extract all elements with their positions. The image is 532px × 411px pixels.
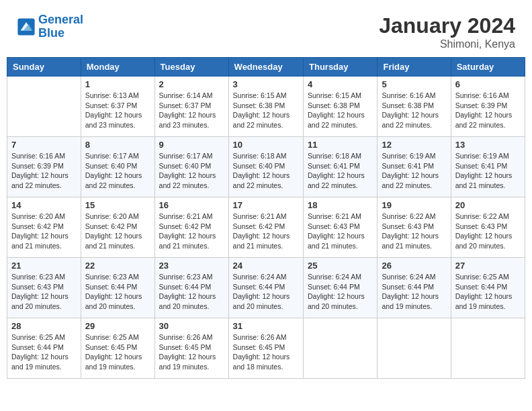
- logo-text: General Blue: [38, 13, 83, 40]
- week-row-1: 1Sunrise: 6:13 AMSunset: 6:37 PMDaylight…: [7, 77, 525, 137]
- week-row-3: 14Sunrise: 6:20 AMSunset: 6:42 PMDayligh…: [7, 197, 525, 258]
- calendar-cell: 18Sunrise: 6:21 AMSunset: 6:43 PMDayligh…: [304, 197, 378, 258]
- day-number: 26: [382, 261, 446, 271]
- day-info: Sunrise: 6:16 AMSunset: 6:39 PMDaylight:…: [455, 91, 521, 130]
- day-info: Sunrise: 6:21 AMSunset: 6:42 PMDaylight:…: [233, 212, 299, 251]
- day-number: 23: [159, 261, 224, 271]
- logo: General Blue: [17, 13, 83, 40]
- calendar-cell: 5Sunrise: 6:16 AMSunset: 6:38 PMDaylight…: [378, 77, 451, 137]
- calendar-cell: 31Sunrise: 6:26 AMSunset: 6:45 PMDayligh…: [228, 318, 303, 379]
- week-row-5: 28Sunrise: 6:25 AMSunset: 6:44 PMDayligh…: [7, 318, 525, 379]
- main-title: January 2024: [379, 13, 515, 38]
- calendar-cell: 16Sunrise: 6:21 AMSunset: 6:42 PMDayligh…: [154, 197, 228, 258]
- day-number: 13: [455, 140, 521, 150]
- calendar-cell: 9Sunrise: 6:17 AMSunset: 6:40 PMDaylight…: [154, 137, 228, 197]
- day-number: 1: [85, 79, 150, 89]
- calendar-cell: 7Sunrise: 6:16 AMSunset: 6:39 PMDaylight…: [7, 137, 81, 197]
- column-header-sunday: Sunday: [7, 58, 81, 77]
- calendar-cell: 10Sunrise: 6:18 AMSunset: 6:40 PMDayligh…: [228, 137, 303, 197]
- calendar-cell: 3Sunrise: 6:15 AMSunset: 6:38 PMDaylight…: [228, 77, 303, 137]
- title-block: January 2024 Shimoni, Kenya: [379, 13, 515, 50]
- day-info: Sunrise: 6:18 AMSunset: 6:41 PMDaylight:…: [308, 151, 373, 191]
- day-info: Sunrise: 6:22 AMSunset: 6:43 PMDaylight:…: [382, 212, 446, 251]
- column-header-wednesday: Wednesday: [228, 58, 303, 77]
- day-number: 30: [159, 321, 224, 331]
- day-info: Sunrise: 6:25 AMSunset: 6:44 PMDaylight:…: [11, 332, 77, 372]
- day-number: 4: [308, 79, 373, 89]
- calendar-cell: [451, 318, 525, 379]
- day-info: Sunrise: 6:21 AMSunset: 6:42 PMDaylight:…: [159, 212, 224, 251]
- day-number: 6: [455, 79, 521, 89]
- page-header: General Blue January 2024 Shimoni, Kenya: [7, 7, 525, 54]
- day-info: Sunrise: 6:26 AMSunset: 6:45 PMDaylight:…: [233, 332, 299, 372]
- calendar-cell: 19Sunrise: 6:22 AMSunset: 6:43 PMDayligh…: [378, 197, 451, 258]
- calendar-cell: 14Sunrise: 6:20 AMSunset: 6:42 PMDayligh…: [7, 197, 81, 258]
- day-number: 5: [382, 79, 446, 89]
- calendar-cell: 27Sunrise: 6:25 AMSunset: 6:44 PMDayligh…: [451, 258, 525, 318]
- column-header-thursday: Thursday: [304, 58, 378, 77]
- day-info: Sunrise: 6:17 AMSunset: 6:40 PMDaylight:…: [159, 151, 224, 191]
- column-header-tuesday: Tuesday: [154, 58, 228, 77]
- calendar-cell: 6Sunrise: 6:16 AMSunset: 6:39 PMDaylight…: [451, 77, 525, 137]
- calendar-cell: 21Sunrise: 6:23 AMSunset: 6:43 PMDayligh…: [7, 258, 81, 318]
- logo-line2: Blue: [38, 26, 64, 40]
- day-number: 31: [233, 321, 299, 331]
- column-header-saturday: Saturday: [451, 58, 525, 77]
- calendar-cell: 12Sunrise: 6:19 AMSunset: 6:41 PMDayligh…: [378, 137, 451, 197]
- day-number: 24: [233, 261, 299, 271]
- day-info: Sunrise: 6:23 AMSunset: 6:44 PMDaylight:…: [85, 272, 150, 312]
- day-number: 2: [159, 79, 224, 89]
- day-number: 29: [85, 321, 150, 331]
- day-info: Sunrise: 6:21 AMSunset: 6:43 PMDaylight:…: [308, 212, 373, 251]
- day-number: 15: [85, 200, 150, 210]
- day-info: Sunrise: 6:15 AMSunset: 6:38 PMDaylight:…: [233, 91, 299, 130]
- day-info: Sunrise: 6:23 AMSunset: 6:44 PMDaylight:…: [159, 272, 224, 312]
- day-info: Sunrise: 6:24 AMSunset: 6:44 PMDaylight:…: [382, 272, 446, 312]
- day-number: 25: [308, 261, 373, 271]
- calendar-cell: 4Sunrise: 6:15 AMSunset: 6:38 PMDaylight…: [304, 77, 378, 137]
- calendar-cell: 22Sunrise: 6:23 AMSunset: 6:44 PMDayligh…: [81, 258, 154, 318]
- day-info: Sunrise: 6:14 AMSunset: 6:37 PMDaylight:…: [159, 91, 224, 130]
- day-number: 16: [159, 200, 224, 210]
- calendar-cell: 15Sunrise: 6:20 AMSunset: 6:42 PMDayligh…: [81, 197, 154, 258]
- calendar-cell: 29Sunrise: 6:25 AMSunset: 6:45 PMDayligh…: [81, 318, 154, 379]
- column-header-monday: Monday: [81, 58, 154, 77]
- calendar-cell: 23Sunrise: 6:23 AMSunset: 6:44 PMDayligh…: [154, 258, 228, 318]
- day-number: 8: [85, 140, 150, 150]
- day-info: Sunrise: 6:13 AMSunset: 6:37 PMDaylight:…: [85, 91, 150, 130]
- calendar-cell: 2Sunrise: 6:14 AMSunset: 6:37 PMDaylight…: [154, 77, 228, 137]
- day-info: Sunrise: 6:25 AMSunset: 6:45 PMDaylight:…: [85, 332, 150, 372]
- logo-icon: [17, 17, 36, 36]
- calendar-table: SundayMondayTuesdayWednesdayThursdayFrid…: [7, 57, 525, 379]
- day-number: 10: [233, 140, 299, 150]
- day-info: Sunrise: 6:20 AMSunset: 6:42 PMDaylight:…: [85, 212, 150, 251]
- day-number: 11: [308, 140, 373, 150]
- day-info: Sunrise: 6:25 AMSunset: 6:44 PMDaylight:…: [455, 272, 521, 312]
- day-info: Sunrise: 6:16 AMSunset: 6:38 PMDaylight:…: [382, 91, 446, 130]
- logo-line1: General: [38, 13, 83, 26]
- calendar-cell: 25Sunrise: 6:24 AMSunset: 6:44 PMDayligh…: [304, 258, 378, 318]
- calendar-cell: 30Sunrise: 6:26 AMSunset: 6:45 PMDayligh…: [154, 318, 228, 379]
- day-info: Sunrise: 6:19 AMSunset: 6:41 PMDaylight:…: [455, 151, 521, 191]
- day-info: Sunrise: 6:20 AMSunset: 6:42 PMDaylight:…: [11, 212, 77, 251]
- calendar-cell: 1Sunrise: 6:13 AMSunset: 6:37 PMDaylight…: [81, 77, 154, 137]
- calendar-cell: 28Sunrise: 6:25 AMSunset: 6:44 PMDayligh…: [7, 318, 81, 379]
- day-info: Sunrise: 6:24 AMSunset: 6:44 PMDaylight:…: [308, 272, 373, 312]
- day-number: 3: [233, 79, 299, 89]
- day-info: Sunrise: 6:17 AMSunset: 6:40 PMDaylight:…: [85, 151, 150, 191]
- day-info: Sunrise: 6:24 AMSunset: 6:44 PMDaylight:…: [233, 272, 299, 312]
- calendar-cell: 20Sunrise: 6:22 AMSunset: 6:43 PMDayligh…: [451, 197, 525, 258]
- day-number: 19: [382, 200, 446, 210]
- day-number: 18: [308, 200, 373, 210]
- calendar-header: SundayMondayTuesdayWednesdayThursdayFrid…: [7, 58, 525, 77]
- calendar-cell: [304, 318, 378, 379]
- calendar-cell: 17Sunrise: 6:21 AMSunset: 6:42 PMDayligh…: [228, 197, 303, 258]
- calendar-cell: 11Sunrise: 6:18 AMSunset: 6:41 PMDayligh…: [304, 137, 378, 197]
- day-number: 7: [11, 140, 77, 150]
- calendar-cell: 26Sunrise: 6:24 AMSunset: 6:44 PMDayligh…: [378, 258, 451, 318]
- day-number: 22: [85, 261, 150, 271]
- calendar-cell: [378, 318, 451, 379]
- day-number: 20: [455, 200, 521, 210]
- day-number: 9: [159, 140, 224, 150]
- day-info: Sunrise: 6:19 AMSunset: 6:41 PMDaylight:…: [382, 151, 446, 191]
